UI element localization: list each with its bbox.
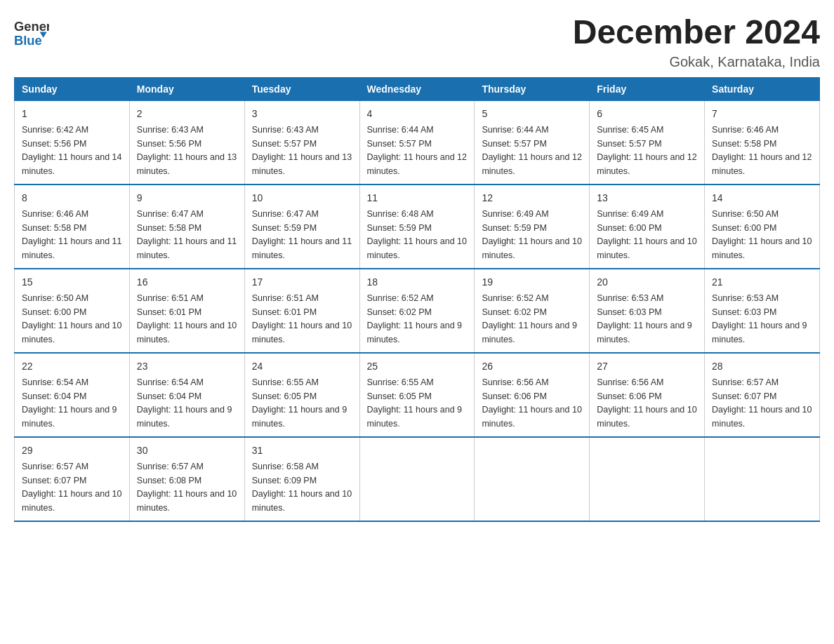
calendar-week-2: 8Sunrise: 6:46 AMSunset: 5:58 PMDaylight… [15, 185, 820, 269]
daylight-text: Daylight: 11 hours and 12 minutes. [482, 152, 581, 176]
daylight-text: Daylight: 11 hours and 11 minutes. [252, 236, 352, 260]
day-number: 6 [597, 107, 697, 121]
calendar-cell: 5Sunrise: 6:44 AMSunset: 5:57 PMDaylight… [475, 100, 590, 185]
day-number: 25 [367, 359, 468, 374]
calendar-cell [475, 437, 590, 521]
svg-text:Blue: Blue [14, 33, 42, 48]
daylight-text: Daylight: 11 hours and 13 minutes. [252, 152, 352, 176]
sunset-text: Sunset: 6:06 PM [597, 391, 661, 401]
sunset-text: Sunset: 5:57 PM [252, 139, 317, 149]
day-number: 12 [482, 191, 582, 206]
day-number: 22 [22, 359, 122, 374]
sunset-text: Sunset: 6:02 PM [482, 307, 546, 317]
calendar-cell: 13Sunrise: 6:49 AMSunset: 6:00 PMDayligh… [590, 185, 705, 269]
calendar-week-1: 1Sunrise: 6:42 AMSunset: 5:56 PMDaylight… [15, 100, 820, 185]
daylight-text: Daylight: 11 hours and 11 minutes. [137, 236, 237, 260]
sunset-text: Sunset: 6:00 PM [22, 307, 86, 317]
calendar-cell: 4Sunrise: 6:44 AMSunset: 5:57 PMDaylight… [359, 100, 475, 185]
sunset-text: Sunset: 6:01 PM [137, 307, 201, 317]
sunrise-text: Sunrise: 6:44 AM [367, 125, 434, 135]
day-number: 3 [252, 107, 352, 121]
sunrise-text: Sunrise: 6:52 AM [367, 293, 434, 303]
daylight-text: Daylight: 11 hours and 12 minutes. [597, 152, 696, 176]
header-friday: Friday [590, 77, 705, 100]
sunset-text: Sunset: 6:01 PM [252, 307, 317, 317]
daylight-text: Daylight: 11 hours and 10 minutes. [137, 321, 237, 344]
sunset-text: Sunset: 6:04 PM [137, 391, 201, 401]
sunrise-text: Sunrise: 6:54 AM [137, 377, 204, 387]
header-saturday: Saturday [705, 77, 820, 100]
calendar-cell: 7Sunrise: 6:46 AMSunset: 5:58 PMDaylight… [705, 100, 820, 185]
sunrise-text: Sunrise: 6:58 AM [252, 462, 319, 471]
calendar-cell: 31Sunrise: 6:58 AMSunset: 6:09 PMDayligh… [244, 437, 359, 521]
sunrise-text: Sunrise: 6:48 AM [367, 209, 434, 219]
day-number: 24 [252, 359, 352, 374]
calendar-cell: 21Sunrise: 6:53 AMSunset: 6:03 PMDayligh… [705, 269, 820, 353]
calendar-week-4: 22Sunrise: 6:54 AMSunset: 6:04 PMDayligh… [15, 353, 820, 437]
calendar-cell: 15Sunrise: 6:50 AMSunset: 6:00 PMDayligh… [15, 269, 130, 353]
day-number: 7 [712, 107, 812, 121]
sunset-text: Sunset: 5:59 PM [482, 223, 546, 233]
sunset-text: Sunset: 6:07 PM [22, 476, 86, 485]
calendar-cell: 9Sunrise: 6:47 AMSunset: 5:58 PMDaylight… [129, 185, 244, 269]
sunrise-text: Sunrise: 6:47 AM [137, 209, 204, 219]
daylight-text: Daylight: 11 hours and 9 minutes. [597, 321, 692, 344]
sunrise-text: Sunrise: 6:53 AM [597, 293, 663, 303]
sunrise-text: Sunrise: 6:57 AM [22, 462, 88, 471]
daylight-text: Daylight: 11 hours and 12 minutes. [367, 152, 467, 176]
sunrise-text: Sunrise: 6:47 AM [252, 209, 319, 219]
daylight-text: Daylight: 11 hours and 10 minutes. [367, 236, 467, 260]
sunset-text: Sunset: 6:03 PM [712, 307, 776, 317]
sunset-text: Sunset: 5:57 PM [597, 139, 661, 149]
day-number: 23 [137, 359, 237, 374]
day-number: 13 [597, 191, 697, 206]
calendar-cell [359, 437, 475, 521]
day-number: 19 [482, 275, 582, 290]
logo: General Blue [14, 14, 52, 49]
day-number: 2 [137, 107, 237, 121]
sunset-text: Sunset: 5:57 PM [367, 139, 432, 149]
calendar-cell: 26Sunrise: 6:56 AMSunset: 6:06 PMDayligh… [475, 353, 590, 437]
sunset-text: Sunset: 5:59 PM [367, 223, 432, 233]
sunrise-text: Sunrise: 6:55 AM [367, 377, 434, 387]
day-number: 15 [22, 275, 122, 290]
sunrise-text: Sunrise: 6:51 AM [137, 293, 204, 303]
header-wednesday: Wednesday [359, 77, 475, 100]
header-sunday: Sunday [15, 77, 130, 100]
page-header: General Blue December 2024 Gokak, Karnat… [14, 14, 820, 70]
day-number: 30 [137, 443, 237, 458]
day-number: 21 [712, 275, 812, 290]
calendar-cell [705, 437, 820, 521]
sunrise-text: Sunrise: 6:53 AM [712, 293, 779, 303]
daylight-text: Daylight: 11 hours and 10 minutes. [597, 405, 696, 429]
sunrise-text: Sunrise: 6:54 AM [22, 377, 88, 387]
day-number: 4 [367, 107, 468, 121]
sunset-text: Sunset: 5:56 PM [137, 139, 201, 149]
title-section: December 2024 Gokak, Karnataka, India [573, 14, 820, 70]
daylight-text: Daylight: 11 hours and 9 minutes. [482, 321, 577, 344]
day-number: 18 [367, 275, 468, 290]
calendar-cell: 19Sunrise: 6:52 AMSunset: 6:02 PMDayligh… [475, 269, 590, 353]
sunset-text: Sunset: 5:58 PM [712, 139, 776, 149]
header-thursday: Thursday [475, 77, 590, 100]
daylight-text: Daylight: 11 hours and 10 minutes. [252, 489, 352, 513]
day-number: 14 [712, 191, 812, 206]
calendar-cell: 1Sunrise: 6:42 AMSunset: 5:56 PMDaylight… [15, 100, 130, 185]
daylight-text: Daylight: 11 hours and 10 minutes. [22, 321, 121, 344]
sunrise-text: Sunrise: 6:46 AM [22, 209, 88, 219]
calendar-cell: 6Sunrise: 6:45 AMSunset: 5:57 PMDaylight… [590, 100, 705, 185]
sunset-text: Sunset: 5:58 PM [22, 223, 86, 233]
daylight-text: Daylight: 11 hours and 10 minutes. [482, 405, 581, 429]
day-number: 26 [482, 359, 582, 374]
sunrise-text: Sunrise: 6:43 AM [252, 125, 319, 135]
sunset-text: Sunset: 6:05 PM [367, 391, 432, 401]
daylight-text: Daylight: 11 hours and 10 minutes. [712, 236, 812, 260]
daylight-text: Daylight: 11 hours and 11 minutes. [22, 236, 121, 260]
sunrise-text: Sunrise: 6:56 AM [597, 377, 663, 387]
header-monday: Monday [129, 77, 244, 100]
daylight-text: Daylight: 11 hours and 12 minutes. [712, 152, 812, 176]
sunrise-text: Sunrise: 6:50 AM [22, 293, 88, 303]
sunrise-text: Sunrise: 6:42 AM [22, 125, 88, 135]
header-tuesday: Tuesday [244, 77, 359, 100]
logo-icon: General Blue [14, 14, 49, 49]
